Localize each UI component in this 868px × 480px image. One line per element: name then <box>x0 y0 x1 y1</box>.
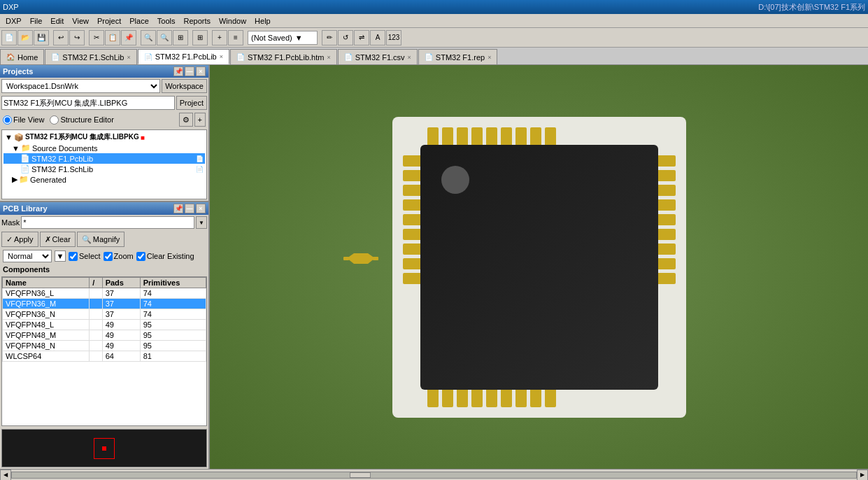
tb-redo-btn[interactable]: ↪ <box>69 30 85 45</box>
table-row[interactable]: VFQFPN36_N 37 74 <box>3 309 206 320</box>
table-row[interactable]: VFQFPN48_M 49 95 <box>3 330 206 341</box>
file-view-radio-input[interactable] <box>3 115 12 125</box>
menu-place[interactable]: Place <box>125 15 153 27</box>
zoom-checkbox-label[interactable]: Zoom <box>104 252 134 261</box>
scroll-left-btn[interactable]: ◀ <box>0 470 11 481</box>
table-row[interactable]: VFQFPN36_L 37 74 <box>3 288 206 299</box>
tab-csv[interactable]: 📄 STM32 F1.csv × <box>338 49 418 64</box>
tree-schlib-item[interactable]: 📄 STM32 F1.SchLib 📄 <box>3 164 205 174</box>
normal-dropdown[interactable]: Normal <box>3 250 52 262</box>
col-sort-header[interactable]: / <box>90 278 102 288</box>
tb-bus-btn[interactable]: ≡ <box>228 30 243 45</box>
tree-root-item[interactable]: ▼ 📦 STM32 F1系列MCU 集成库.LIBPKG ■ <box>3 132 205 143</box>
tb-pencil-btn[interactable]: ✏ <box>322 30 337 45</box>
project-input[interactable] <box>1 96 175 110</box>
menu-window[interactable]: Window <box>215 15 250 27</box>
normal-dropdown-btn[interactable]: ▼ <box>55 250 66 262</box>
tab-rep-close[interactable]: × <box>488 54 491 61</box>
menu-edit[interactable]: Edit <box>46 15 68 27</box>
structure-editor-radio[interactable]: Structure Editor <box>50 115 113 125</box>
tab-pcblibhtm-close[interactable]: × <box>327 54 330 61</box>
tab-home[interactable]: 🏠 Home <box>0 49 44 64</box>
apply-check-icon: ✓ <box>6 235 13 244</box>
tb-grid-btn[interactable]: ⊞ <box>192 30 208 45</box>
pcblib-pin-btn[interactable]: 📌 <box>173 204 183 213</box>
col-primitives-header[interactable]: Primitives <box>140 278 206 288</box>
projects-close-btn[interactable]: × <box>196 66 206 76</box>
scroll-right-btn[interactable]: ▶ <box>857 470 868 481</box>
tb-cut-btn[interactable]: ✂ <box>89 30 104 45</box>
table-row[interactable]: VFQFPN48_N 49 95 <box>3 341 206 351</box>
tb-num-btn[interactable]: 123 <box>386 30 401 45</box>
menu-project[interactable]: Project <box>93 15 125 27</box>
cell-pads: 37 <box>102 288 140 299</box>
menu-dxp[interactable]: DXP <box>1 15 26 27</box>
col-pads-header[interactable]: Pads <box>102 278 140 288</box>
pcblib-close-btn[interactable]: × <box>196 204 206 213</box>
tb-new-btn[interactable]: 📄 <box>1 30 17 45</box>
tb-copy-btn[interactable]: 📋 <box>105 30 120 45</box>
scroll-thumb[interactable] <box>350 472 371 478</box>
tab-schlib-close[interactable]: × <box>127 54 130 61</box>
projects-add-btn[interactable]: + <box>194 113 206 127</box>
select-checkbox[interactable] <box>69 252 78 261</box>
clear-existing-checkbox[interactable] <box>136 252 145 261</box>
col-name-header[interactable]: Name <box>3 278 90 288</box>
menu-view[interactable]: View <box>68 15 93 27</box>
components-table-container[interactable]: Name / Pads Primitives <box>1 276 207 426</box>
tab-rep[interactable]: 📄 STM32 F1.rep × <box>418 49 498 64</box>
table-row[interactable]: VFQFPN48_L 49 95 <box>3 320 206 330</box>
tb-notsaved-dropdown[interactable]: (Not Saved) ▼ <box>248 31 318 45</box>
tb-zoom-in-btn[interactable]: 🔍 <box>141 30 156 45</box>
tab-pcblib-close[interactable]: × <box>220 53 223 60</box>
projects-minimize-btn[interactable]: — <box>185 66 194 76</box>
clear-button[interactable]: ✗ Clear <box>40 232 76 247</box>
tb-paste-btn[interactable]: 📌 <box>121 30 136 45</box>
menu-help[interactable]: Help <box>250 15 275 27</box>
file-view-radio[interactable]: File View <box>3 115 44 125</box>
tab-csv-close[interactable]: × <box>408 54 411 61</box>
zoom-checkbox[interactable] <box>104 252 113 261</box>
menu-reports[interactable]: Reports <box>179 15 215 27</box>
table-row[interactable]: WLCSP64 64 81 <box>3 351 206 362</box>
mask-dropdown-btn[interactable]: ▼ <box>196 216 207 229</box>
cell-primitives: 95 <box>140 330 206 341</box>
tab-schlib[interactable]: 📄 STM32 F1.SchLib × <box>45 49 136 64</box>
tree-source-docs[interactable]: ▼ 📁 Source Documents <box>3 143 205 153</box>
tb-undo-btn[interactable]: ↩ <box>53 30 69 45</box>
tb-wire-btn[interactable]: + <box>212 30 227 45</box>
clear-existing-checkbox-label[interactable]: Clear Existing <box>136 252 194 261</box>
projects-pin-btn[interactable]: 📌 <box>173 66 183 76</box>
menu-tools[interactable]: Tools <box>153 15 180 27</box>
tb-font-btn[interactable]: A <box>370 30 385 45</box>
tb-mirror-btn[interactable]: ⇌ <box>354 30 369 45</box>
canvas-area[interactable] <box>210 65 868 469</box>
schlib-file-indicator: 📄 <box>196 166 204 173</box>
tb-zoom-out-btn[interactable]: 🔍 <box>157 30 172 45</box>
projects-settings-btn[interactable]: ⚙ <box>179 113 193 127</box>
workspace-button[interactable]: Workspace <box>162 79 207 93</box>
cell-sort <box>90 341 102 351</box>
tree-collapse-icon: ▼ <box>5 133 13 141</box>
cell-sort <box>90 330 102 341</box>
scroll-track[interactable] <box>11 472 857 479</box>
mask-input[interactable] <box>21 216 194 229</box>
tree-generated-item[interactable]: ▶ 📁 Generated <box>3 174 205 185</box>
tb-zoom-fit-btn[interactable]: ⊞ <box>173 30 188 45</box>
pcblib-minimize-btn[interactable]: — <box>185 204 194 213</box>
tb-rotate-btn[interactable]: ↺ <box>338 30 353 45</box>
tab-pcblib[interactable]: 📄 STM32 F1.PcbLib × <box>138 49 229 64</box>
tree-pcblib-item[interactable]: 📄 STM32 F1.PcbLib 📄 <box>3 153 205 164</box>
tab-pcblib-htm[interactable]: 📄 STM32 F1.PcbLib.htm × <box>230 49 337 64</box>
menu-bar: DXP File Edit View Project Place Tools R… <box>0 14 868 28</box>
table-row[interactable]: VFQFPN36_M 37 74 <box>3 299 206 309</box>
magnify-button[interactable]: 🔍 Magnify <box>77 232 125 247</box>
structure-editor-radio-input[interactable] <box>50 115 59 125</box>
apply-button[interactable]: ✓ Apply <box>1 232 38 247</box>
menu-file[interactable]: File <box>26 15 47 27</box>
tb-save-btn[interactable]: 💾 <box>34 30 49 45</box>
tb-open-btn[interactable]: 📂 <box>17 30 33 45</box>
workspace-dropdown[interactable]: Workspace1.DsnWrk <box>1 79 160 93</box>
select-checkbox-label[interactable]: Select <box>69 252 101 261</box>
project-button[interactable]: Project <box>176 96 207 110</box>
